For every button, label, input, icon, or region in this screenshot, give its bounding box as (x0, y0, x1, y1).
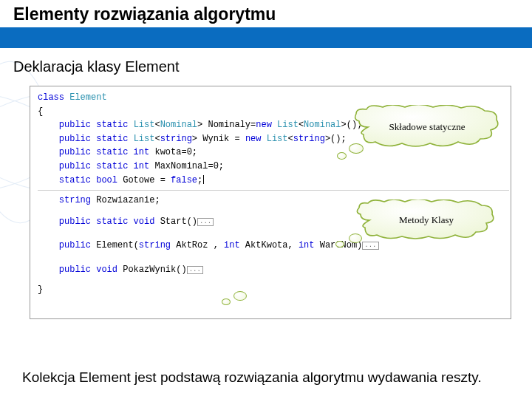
collapse-box-icon: ... (197, 218, 214, 226)
code-separator (38, 190, 509, 191)
thought-bubble-icon (337, 152, 347, 160)
callout-label: Metody Klasy (356, 214, 497, 226)
callout-class-methods: Metody Klasy (356, 200, 497, 242)
thought-bubble-icon (349, 233, 362, 243)
section-heading: Deklaracja klasy Element (0, 48, 532, 81)
thought-bubble-icon (233, 291, 247, 301)
page-title: Elementy rozwiązania algorytmu (13, 4, 519, 24)
title-underline-bar (0, 27, 532, 48)
thought-bubble-icon (335, 241, 344, 248)
bottom-paragraph: Kolekcja Element jest podstawą rozwiązan… (22, 369, 517, 386)
text-cursor (203, 175, 204, 184)
collapse-box-icon: ... (362, 242, 378, 250)
title-area: Elementy rozwiązania algorytmu (0, 0, 532, 27)
thought-bubble-icon (222, 299, 231, 305)
callout-static-members: Składowe statyczne (353, 105, 501, 151)
thought-bubble-icon (349, 143, 364, 154)
callout-label: Składowe statyczne (353, 121, 501, 133)
collapse-box-icon: ... (187, 266, 203, 274)
